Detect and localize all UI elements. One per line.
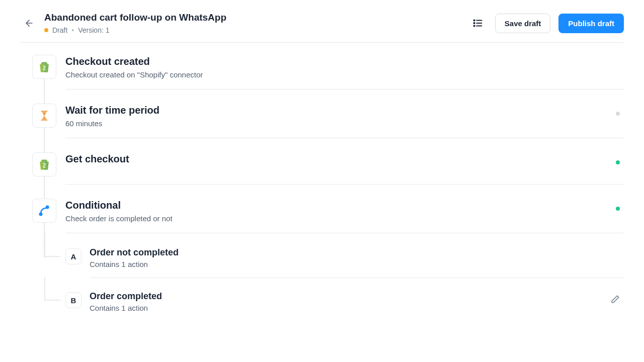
meta-separator: • [71, 26, 74, 34]
workflow-steps: Checkout created Checkout created on "Sh… [20, 43, 624, 321]
svg-point-5 [473, 25, 474, 26]
step-title: Wait for time period [65, 105, 159, 116]
branch-subtitle: Contains 1 action [90, 304, 162, 312]
branch-badge: B [65, 292, 82, 308]
svg-point-8 [46, 206, 49, 209]
step-subtitle: Check order is completed or not [65, 214, 173, 223]
status-indicator-icon [616, 207, 620, 211]
pencil-icon [611, 295, 620, 304]
branch-title: Order completed [90, 291, 162, 302]
branch-title: Order not completed [90, 247, 179, 258]
step-get-checkout[interactable]: Get checkout [32, 152, 624, 199]
branch-badge: A [65, 248, 82, 264]
svg-point-1 [473, 20, 474, 21]
version-label: Version: 1 [78, 26, 109, 34]
svg-point-7 [39, 213, 43, 216]
workflow-header: Abandoned cart follow-up on WhatsApp Dra… [20, 0, 624, 43]
shopify-icon [32, 152, 56, 176]
step-subtitle: Checkout created on "Shopify" connector [65, 70, 203, 79]
workflow-title: Abandoned cart follow-up on WhatsApp [44, 12, 469, 23]
step-title: Get checkout [65, 153, 129, 165]
edit-branch-button[interactable] [611, 291, 624, 307]
shopify-icon [32, 55, 56, 79]
svg-point-3 [473, 23, 474, 24]
publish-draft-button[interactable]: Publish draft [558, 14, 624, 33]
step-wait[interactable]: Wait for time period 60 minutes [32, 104, 624, 152]
list-view-button[interactable] [469, 14, 487, 32]
step-conditional[interactable]: Conditional Check order is completed or … [32, 199, 624, 247]
arrow-left-icon [24, 18, 34, 28]
conditional-icon [32, 199, 56, 223]
back-button[interactable] [20, 14, 38, 32]
step-checkout-created[interactable]: Checkout created Checkout created on "Sh… [32, 55, 624, 104]
step-subtitle: 60 minutes [65, 119, 159, 128]
status-label: Draft [52, 26, 67, 34]
workflow-meta: Draft • Version: 1 [44, 26, 469, 34]
status-indicator-icon [616, 160, 620, 164]
status-indicator-icon [616, 112, 620, 116]
step-title: Conditional [65, 200, 173, 211]
branch-subtitle: Contains 1 action [90, 260, 179, 268]
save-draft-button[interactable]: Save draft [495, 14, 551, 33]
branch-a[interactable]: A Order not completed Contains 1 action [65, 247, 624, 291]
list-icon [472, 18, 484, 29]
status-dot-icon [44, 28, 48, 32]
branch-b[interactable]: B Order completed Contains 1 action [65, 291, 624, 321]
step-title: Checkout created [65, 56, 203, 67]
hourglass-icon [32, 104, 56, 128]
